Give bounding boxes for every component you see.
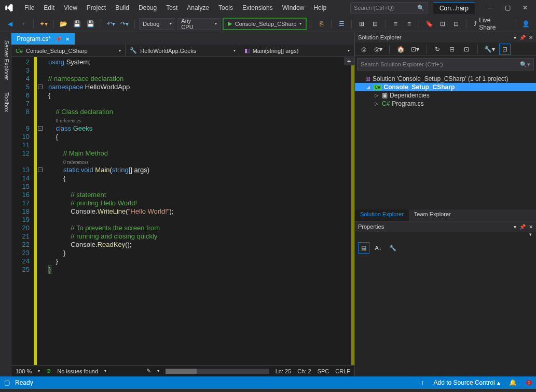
se-scope-button[interactable]: ⊡▾ — [409, 44, 421, 55]
se-collapse-button[interactable]: ⊟ — [446, 44, 458, 55]
main-menu: FileEditViewProjectBuildDebugTestAnalyze… — [20, 2, 331, 13]
open-file-button[interactable]: 📂 — [58, 18, 70, 30]
tree-project[interactable]: ◢ C# Console_Setup_CSharp — [355, 83, 536, 91]
split-handle-icon[interactable]: ⬌ — [344, 57, 354, 65]
statusbar: ▢ Ready ↑ Add to Source Control ▴ 🔔1 — [0, 376, 536, 389]
toolbox-tab[interactable]: Toolbox — [0, 89, 11, 115]
nav-back-button[interactable]: ◀ — [4, 18, 16, 30]
zoom-level[interactable]: 100 % — [16, 368, 32, 374]
config-dropdown[interactable]: Debug▾ — [139, 18, 175, 30]
nav-method-dropdown[interactable]: ◧ Main(string[] args)▾ — [240, 45, 354, 57]
dependencies-icon: ▣ — [382, 92, 388, 99]
undo-button[interactable]: ↶▾ — [105, 18, 117, 30]
prop-alpha-button[interactable]: A↓ — [373, 242, 384, 254]
tool-icon-4[interactable]: ⊟ — [369, 18, 381, 30]
platform-dropdown[interactable]: Any CPU▾ — [177, 18, 220, 30]
fold-toggle[interactable]: − — [38, 126, 43, 131]
tab-team-explorer[interactable]: Team Explorer — [409, 209, 456, 221]
tree-file-program[interactable]: ▷ C# Program.cs — [355, 100, 536, 108]
run-button[interactable]: ▶ Console_Setup_CSharp ▾ — [223, 18, 307, 30]
se-home-button[interactable]: 🏠 — [395, 44, 406, 55]
menu-edit[interactable]: Edit — [39, 2, 59, 13]
save-all-button[interactable]: 💾 — [85, 18, 97, 30]
fold-toggle[interactable]: − — [38, 85, 43, 89]
nav-class-dropdown[interactable]: 🔧 HelloWorldApp.Geeks▾ — [126, 45, 240, 57]
panel-dropdown-icon[interactable]: ▾ — [514, 224, 516, 230]
tab-close-icon[interactable]: ✕ — [65, 36, 70, 42]
add-source-control-button[interactable]: ↑ Add to Source Control ▴ — [421, 379, 500, 386]
menu-tools[interactable]: Tools — [214, 2, 238, 13]
se-refresh-button[interactable]: ↻ — [432, 44, 443, 55]
menu-help[interactable]: Help — [309, 2, 331, 13]
spaces-indicator[interactable]: SPC — [318, 368, 329, 374]
prop-dropdown-icon[interactable]: ▾ — [355, 232, 536, 240]
menu-project[interactable]: Project — [82, 2, 111, 13]
indent-inc-button[interactable]: ≡ — [403, 18, 415, 30]
se-showall-button[interactable]: ⊡ — [461, 44, 472, 55]
panel-dropdown-icon[interactable]: ▾ — [514, 35, 516, 40]
feedback-button[interactable]: 👤 — [520, 18, 532, 30]
search-icon: 🔍▾ — [520, 61, 530, 68]
panel-pin-icon[interactable]: 📌 — [519, 224, 526, 230]
server-explorer-tab[interactable]: Server Explorer — [0, 37, 11, 83]
nav-project-dropdown[interactable]: C# Console_Setup_CSharp▾ — [11, 45, 126, 57]
solution-explorer-header: Solution Explorer ▾ 📌 ✕ — [355, 32, 536, 43]
comment-button[interactable]: ⊡ — [437, 18, 448, 30]
play-icon: ▶ — [228, 20, 232, 27]
editor-tabs: Program.cs* 📌 ✕ — [11, 32, 354, 45]
code-editor[interactable]: 2345678910111213141516171819202122232425… — [11, 57, 354, 365]
editor-tab-program[interactable]: Program.cs* 📌 ✕ — [11, 33, 75, 45]
menu-test[interactable]: Test — [161, 2, 182, 13]
menu-debug[interactable]: Debug — [134, 2, 161, 13]
save-button[interactable]: 💾 — [72, 18, 83, 30]
prop-events-button[interactable]: 🔧 — [387, 242, 398, 254]
tool-icon-1[interactable]: ⎘ — [315, 18, 327, 30]
redo-button[interactable]: ↷▾ — [119, 18, 130, 30]
pin-icon[interactable]: 📌 — [55, 36, 61, 42]
se-fwd-button[interactable]: ◎▾ — [373, 44, 384, 55]
properties-toolbar: ▤ A↓ 🔧 — [355, 240, 536, 256]
menu-window[interactable]: Window — [278, 2, 309, 13]
close-button[interactable]: ✕ — [516, 1, 534, 15]
prop-categorized-button[interactable]: ▤ — [358, 242, 369, 254]
line-indicator[interactable]: Ln: 25 — [276, 368, 292, 374]
share-icon: ⤴ — [474, 20, 477, 27]
se-properties-button[interactable]: 🔧▾ — [483, 44, 496, 55]
tool-icon-2[interactable]: ☰ — [336, 18, 347, 30]
properties-header: Properties ▾ 📌 ✕ — [355, 221, 536, 232]
horizontal-scrollbar[interactable] — [166, 369, 269, 374]
panel-close-icon[interactable]: ✕ — [529, 35, 533, 40]
menu-analyze[interactable]: Analyze — [182, 2, 214, 13]
tool-icon-3[interactable]: ⊞ — [356, 18, 367, 30]
fold-toggle[interactable]: − — [38, 167, 43, 172]
minimize-button[interactable]: ─ — [481, 1, 499, 15]
solution-explorer-tabs: Solution Explorer Team Explorer — [355, 209, 536, 221]
tab-solution-explorer[interactable]: Solution Explorer — [355, 209, 409, 221]
quick-search-input[interactable]: Search (Ctrl+Q) 🔍 — [350, 2, 428, 13]
se-preview-button[interactable]: ⊡ — [499, 44, 511, 55]
tree-solution-root[interactable]: ⊞ Solution 'Console_Setup_CSharp' (1 of … — [355, 75, 536, 83]
solution-explorer-search[interactable]: Search Solution Explorer (Ctrl+;) 🔍▾ — [357, 58, 534, 71]
panel-pin-icon[interactable]: 📌 — [519, 35, 526, 40]
tree-dependencies[interactable]: ▷ ▣ Dependencies — [355, 91, 536, 100]
bookmark-button[interactable]: 🔖 — [423, 18, 435, 30]
uncomment-button[interactable]: ⊡ — [450, 18, 462, 30]
nav-forward-button[interactable]: ▾ — [18, 18, 29, 30]
indent-dec-button[interactable]: ≡ — [390, 18, 401, 30]
maximize-button[interactable]: ▢ — [499, 1, 516, 15]
se-back-button[interactable]: ◎ — [358, 44, 369, 55]
notifications-button[interactable]: 🔔1 — [509, 379, 532, 386]
issues-status[interactable]: No issues found — [57, 368, 98, 374]
char-indicator[interactable]: Ch: 2 — [297, 368, 311, 374]
menu-extensions[interactable]: Extensions — [238, 2, 278, 13]
new-project-button[interactable]: ✦▾ — [38, 18, 49, 30]
statusbar-box-icon[interactable]: ▢ — [4, 379, 10, 386]
menu-view[interactable]: View — [59, 2, 82, 13]
lineending-indicator[interactable]: CRLF — [335, 368, 350, 374]
panel-close-icon[interactable]: ✕ — [529, 224, 533, 230]
search-placeholder: Search (Ctrl+Q) — [354, 5, 394, 11]
error-prev-icon[interactable]: ✎ — [146, 368, 151, 374]
live-share-button[interactable]: ⤴ Live Share — [471, 18, 512, 30]
menu-build[interactable]: Build — [111, 2, 134, 13]
menu-file[interactable]: File — [20, 2, 39, 13]
